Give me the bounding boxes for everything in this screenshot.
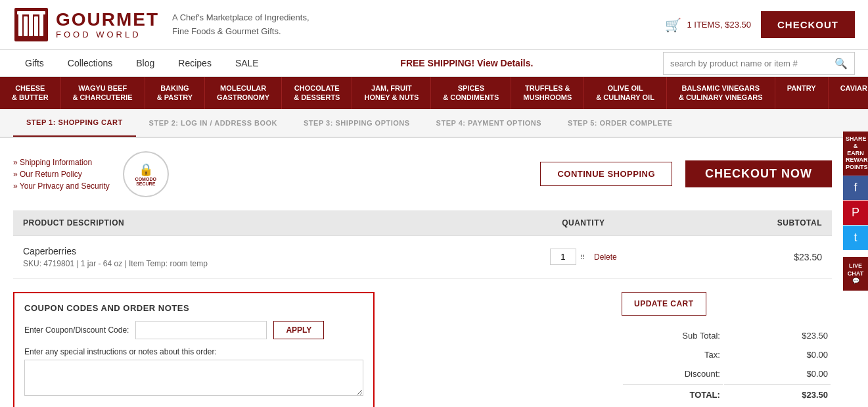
- qty-stepper[interactable]: ⠿: [580, 254, 585, 261]
- category-bar: CHEESE& BUTTER WAGYU BEEF& CHARCUTERIE B…: [0, 77, 868, 109]
- shipping-link[interactable]: View Details.: [477, 58, 533, 68]
- cat-spices[interactable]: SPICES& CONDIMENTS: [431, 77, 511, 109]
- summary-discount-row: Discount: $0.00: [623, 365, 831, 383]
- return-policy-link[interactable]: » Our Return Policy: [13, 170, 110, 179]
- svg-rect-2: [24, 16, 28, 36]
- logo-area: GOURMET FOOD WORLD: [13, 7, 159, 43]
- col-subtotal: SUBTOTAL: [683, 210, 832, 236]
- nav-bar: Gifts Collections Blog Recipes SALE FREE…: [0, 50, 868, 77]
- coupon-label: Enter Coupon/Discount Code:: [24, 325, 129, 335]
- left-col: COUPON CODES AND ORDER NOTES Enter Coupo…: [13, 292, 608, 407]
- discount-label: Discount:: [623, 365, 723, 383]
- coupon-input[interactable]: [135, 321, 267, 339]
- summary-total-row: TOTAL: $23.50: [623, 384, 831, 404]
- cart-row-1: Caperberries SKU: 4719801 | 1 jar - 64 o…: [13, 235, 832, 278]
- search-area: 🔍: [663, 52, 855, 75]
- delete-link[interactable]: Delete: [594, 252, 617, 262]
- coupon-row: Enter Coupon/Discount Code: APPLY: [24, 321, 363, 339]
- info-row: » Shipping Information » Our Return Poli…: [13, 151, 832, 197]
- right-col: UPDATE CART Sub Total: $23.50 Tax: $0.00…: [622, 292, 832, 407]
- nav-collections[interactable]: Collections: [56, 50, 124, 76]
- pinterest-icon[interactable]: P: [843, 201, 868, 226]
- total-label: TOTAL:: [623, 384, 723, 404]
- step-3[interactable]: STEP 3: SHIPPING OPTIONS: [290, 110, 423, 136]
- summary-tax-row: Tax: $0.00: [623, 346, 831, 364]
- col-quantity: QUANTITY: [484, 210, 683, 236]
- main-content: » Shipping Information » Our Return Poli…: [0, 138, 868, 407]
- svg-rect-6: [17, 11, 45, 14]
- summary-subtotal-row: Sub Total: $23.50: [623, 327, 831, 345]
- update-cart-right[interactable]: UPDATE CART: [622, 292, 706, 316]
- search-input[interactable]: [664, 54, 828, 73]
- logo-text: GOURMET FOOD WORLD: [56, 10, 159, 39]
- cat-pantry[interactable]: PANTRY: [775, 77, 829, 109]
- info-links: » Shipping Information » Our Return Poli…: [13, 158, 110, 191]
- cat-olive[interactable]: OLIVE OIL& CULINARY OIL: [584, 77, 667, 109]
- cat-jam[interactable]: JAM, FRUITHONEY & NUTS: [352, 77, 431, 109]
- checkout-button[interactable]: CHECKOUT: [761, 11, 855, 38]
- cat-balsamic[interactable]: BALSAMIC VINEGARS& CULINARY VINEGARS: [667, 77, 775, 109]
- shipping-info-link[interactable]: » Shipping Information: [13, 158, 110, 167]
- logo-foodworld: FOOD WORLD: [56, 30, 159, 39]
- svg-rect-4: [34, 16, 38, 36]
- item-subtotal: $23.50: [683, 235, 832, 278]
- notes-textarea[interactable]: [24, 360, 363, 396]
- tax-label: Tax:: [623, 346, 723, 364]
- nav-gifts[interactable]: Gifts: [13, 50, 56, 76]
- checkout-now-top[interactable]: CHECKOUT NOW: [685, 160, 832, 187]
- logo-gourmet: GOURMET: [56, 10, 159, 30]
- facebook-icon[interactable]: f: [843, 176, 868, 201]
- header-right: 🛒 1 ITEMS, $23.50 CHECKOUT: [665, 11, 855, 38]
- shipping-text: FREE SHIPPING!: [400, 58, 474, 68]
- cat-truffles[interactable]: TRUFFLES &MUSHROOMS: [511, 77, 584, 109]
- cat-baking[interactable]: BAKING& PASTRY: [145, 77, 205, 109]
- header: GOURMET FOOD WORLD A Chef's Marketplace …: [0, 0, 868, 50]
- cat-caviar[interactable]: CAVIAR: [829, 77, 868, 109]
- tax-value: $0.00: [724, 346, 831, 364]
- subtotal-value: $23.50: [724, 327, 831, 345]
- main-flex: COUPON CODES AND ORDER NOTES Enter Coupo…: [13, 292, 832, 407]
- total-value: $23.50: [724, 384, 831, 404]
- logo-icon: [13, 7, 49, 43]
- nav-sale[interactable]: SALE: [223, 50, 271, 76]
- product-name: Caperberries: [23, 246, 474, 256]
- live-chat[interactable]: LIVECHAT💬: [843, 257, 868, 291]
- cat-chocolate[interactable]: CHOCOLATE& DESSERTS: [282, 77, 352, 109]
- side-panel: SHARE& EARNREWARDPOINTS: f P t LIVECHAT💬: [843, 132, 868, 291]
- cart-table: PRODUCT DESCRIPTION QUANTITY SUBTOTAL Ca…: [13, 210, 832, 279]
- cart-icon: 🛒: [665, 17, 681, 33]
- step-1[interactable]: STEP 1: SHOPPING CART: [13, 109, 136, 137]
- svg-rect-1: [18, 13, 22, 36]
- cat-cheese[interactable]: CHEESE& BUTTER: [0, 77, 61, 109]
- svg-rect-5: [39, 13, 43, 36]
- cart-count: 1 ITEMS, $23.50: [687, 20, 751, 30]
- tagline: A Chef's Marketplace of Ingredients, Fin…: [172, 11, 309, 39]
- coupon-section: COUPON CODES AND ORDER NOTES Enter Coupo…: [13, 292, 375, 407]
- continue-shopping-top[interactable]: CONTINUE SHOPPING: [540, 162, 672, 186]
- discount-value: $0.00: [724, 365, 831, 383]
- share-rewards[interactable]: SHARE& EARNREWARDPOINTS:: [843, 132, 868, 176]
- subtotal-label: Sub Total:: [623, 327, 723, 345]
- cat-wagyu[interactable]: WAGYU BEEF& CHARCUTERIE: [61, 77, 145, 109]
- notes-label: Enter any special instructions or notes …: [24, 347, 363, 356]
- steps-bar: STEP 1: SHOPPING CART STEP 2: LOG IN / A…: [0, 109, 868, 138]
- comodo-badge: 🔒 COMODOSECURE: [123, 151, 169, 197]
- step-5[interactable]: STEP 5: ORDER COMPLETE: [555, 110, 685, 136]
- privacy-security-link[interactable]: » Your Privacy and Security: [13, 181, 110, 191]
- coupon-title: COUPON CODES AND ORDER NOTES: [24, 303, 363, 313]
- quantity-input[interactable]: 1: [550, 249, 576, 265]
- cart-info: 🛒 1 ITEMS, $23.50: [665, 17, 751, 33]
- nav-shipping: FREE SHIPPING! View Details.: [400, 58, 533, 68]
- search-button[interactable]: 🔍: [828, 53, 854, 74]
- nav-blog[interactable]: Blog: [124, 50, 166, 76]
- product-sku: SKU: 4719801 | 1 jar - 64 oz | Item Temp…: [23, 259, 474, 268]
- twitter-icon[interactable]: t: [843, 226, 868, 251]
- step-4[interactable]: STEP 4: PAYMENT OPTIONS: [423, 110, 555, 136]
- svg-rect-3: [29, 13, 33, 36]
- step-2[interactable]: STEP 2: LOG IN / ADDRESS BOOK: [136, 110, 290, 136]
- col-product: PRODUCT DESCRIPTION: [13, 210, 484, 236]
- cat-molecular[interactable]: MOLECULARGASTRONOMY: [205, 77, 282, 109]
- apply-button[interactable]: APPLY: [273, 321, 324, 339]
- summary-table: Sub Total: $23.50 Tax: $0.00 Discount: $…: [622, 325, 832, 405]
- nav-recipes[interactable]: Recipes: [166, 50, 223, 76]
